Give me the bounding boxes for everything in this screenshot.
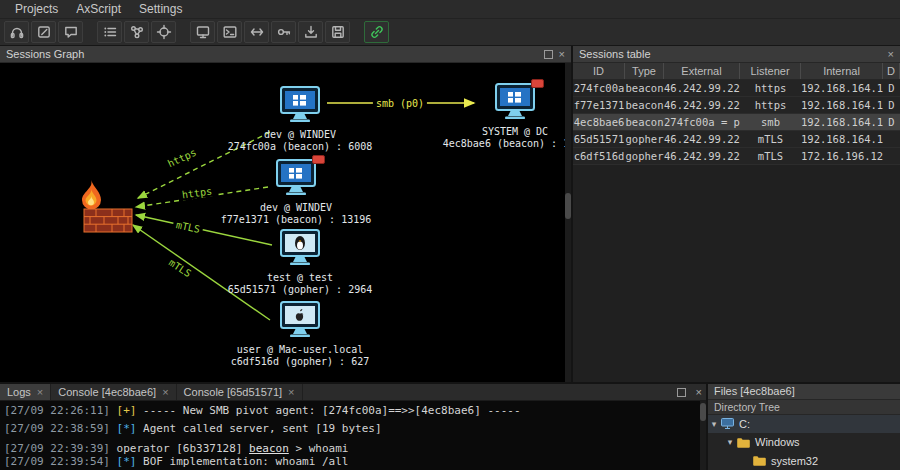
table-row[interactable]: f77e1371 beacon 46.242.99.226 https 192.… [573, 97, 900, 114]
toolbar [0, 19, 900, 46]
tunnel-icon[interactable] [244, 21, 269, 43]
console-tabbar: Logs × Console [4ec8bae6] × Console [65d… [0, 384, 706, 401]
cell-external: 274fc00a = p0 [664, 116, 740, 128]
session-node-4ec8bae6[interactable]: SYSTEM @ DC 4ec8bae6 (beacon) : 1904 [450, 83, 571, 149]
log-timestamp: [27/09 22:39:54] [4, 455, 110, 468]
table-row[interactable]: c6df516d gopher 46.242.99.226 mTLS 172.1… [573, 148, 900, 165]
sessions-table-header: ID Type External Listener Internal D [573, 63, 900, 80]
cell-internal: 172.16.196.128 [801, 150, 883, 162]
sessions-table-titlebar: Sessions table × [573, 46, 900, 63]
downloads-icon[interactable] [298, 21, 323, 43]
edge-label-smb: smb (p0) [373, 98, 427, 109]
sessions-graph-panel: Sessions Graph × [0, 46, 573, 382]
tab-logs[interactable]: Logs × [0, 384, 51, 400]
sessions-table-panel: Sessions table × ID Type External Listen… [573, 46, 900, 382]
graph-scrollbar[interactable] [565, 63, 571, 382]
table-row-selected[interactable]: 4ec8bae6 beacon 274fc00a = p0 smb 192.16… [573, 114, 900, 131]
edit-note-icon[interactable] [31, 21, 56, 43]
menu-projects[interactable]: Projects [6, 0, 67, 19]
log-text: Agent called server, sent [19 bytes] [143, 422, 381, 435]
target-icon[interactable] [151, 21, 176, 43]
console-panel: Logs × Console [4ec8bae6] × Console [65d… [0, 384, 708, 470]
task-list-icon[interactable] [97, 21, 122, 43]
col-domain[interactable]: D [883, 63, 900, 79]
tab-console-65d51571[interactable]: Console [65d51571] × [177, 384, 303, 400]
tree-item-c-drive[interactable]: ▾ C: [708, 415, 900, 433]
node-host-label: SYSTEM @ DC [482, 126, 548, 137]
cell-id: 4ec8bae6 [573, 116, 625, 128]
log-text: operator [6b337128] [117, 442, 249, 455]
chevron-down-icon[interactable]: ▾ [708, 419, 720, 429]
app-window: Projects AxScript Settings [0, 0, 900, 470]
col-external[interactable]: External [664, 63, 740, 79]
link-icon[interactable] [364, 21, 389, 43]
table-row[interactable]: 274fc00a beacon 46.242.99.226 https 192.… [573, 80, 900, 97]
popout-icon[interactable] [544, 50, 553, 59]
firewall-node[interactable] [56, 179, 136, 233]
close-icon[interactable]: × [37, 386, 43, 398]
console-scrollbar[interactable] [700, 401, 706, 470]
close-icon[interactable]: × [559, 50, 565, 59]
col-listener[interactable]: Listener [740, 63, 801, 79]
table-row[interactable]: 65d51571 gopher 46.242.99.226 mTLS 192.1… [573, 131, 900, 148]
tree-item-label: system32 [771, 455, 818, 467]
edge-label-mtls-1: mTLS [172, 218, 204, 235]
session-node-274fc00a[interactable]: dev @ WINDEV 274fc00a (beacon) : 6008 [235, 86, 365, 152]
graph-nodes-icon[interactable] [124, 21, 149, 43]
col-type[interactable]: Type [625, 63, 664, 79]
col-internal[interactable]: Internal [801, 63, 883, 79]
console-scrollbar-thumb[interactable] [700, 403, 706, 421]
logs-output[interactable]: [27/09 22:26:11] [+] ----- New SMB pivot… [0, 401, 706, 470]
cell-external: 46.242.99.226 [664, 150, 740, 162]
chevron-down-icon[interactable]: ▾ [724, 437, 736, 447]
headphones-icon[interactable] [4, 21, 29, 43]
node-id-label: 274fc00a (beacon) : 6008 [228, 141, 373, 152]
popout-icon[interactable] [677, 388, 686, 397]
sessions-graph-canvas[interactable]: smb (p0) https https mTLS mTLS [0, 63, 571, 382]
node-host-label: test @ test [267, 272, 333, 283]
cell-listener: smb [740, 116, 801, 128]
log-line: [27/09 22:39:39] operator [6b337128] bea… [4, 442, 702, 455]
cell-type: beacon [625, 82, 664, 94]
cell-type: beacon [625, 116, 664, 128]
firewall-icon [58, 179, 134, 233]
cell-external: 46.242.99.226 [664, 133, 740, 145]
close-icon[interactable]: × [162, 386, 168, 398]
close-icon[interactable]: × [288, 386, 294, 398]
cell-id: 274fc00a [573, 82, 625, 94]
log-tag: [+] [117, 404, 137, 417]
close-icon[interactable]: × [888, 50, 894, 59]
files-title: Files [4ec8bae6] [714, 385, 795, 397]
cell-domain: D [883, 82, 900, 94]
terminal-icon[interactable] [217, 21, 242, 43]
menu-settings[interactable]: Settings [130, 0, 191, 19]
cell-type: gopher [625, 133, 664, 145]
session-node-65d51571[interactable]: test @ test 65d51571 (gopher) : 2964 [235, 229, 365, 295]
session-node-c6df516d[interactable]: user @ Mac-user.local c6df516d (gopher) … [225, 301, 375, 367]
sessions-table-title: Sessions table [579, 48, 651, 60]
beacon-link[interactable]: beacon [249, 442, 289, 455]
key-icon[interactable] [271, 21, 296, 43]
storage-icon[interactable] [325, 21, 350, 43]
remote-screen-icon[interactable] [190, 21, 215, 43]
col-id[interactable]: ID [573, 63, 625, 79]
tab-console-4ec8bae6[interactable]: Console [4ec8bae6] × [51, 384, 176, 400]
log-line: [27/09 22:39:54] [*] BOF implementation:… [4, 455, 702, 468]
cell-listener: mTLS [740, 133, 801, 145]
session-node-f77e1371[interactable]: dev @ WINDEV f77e1371 (beacon) : 13196 [231, 159, 361, 225]
mac-monitor-icon [277, 301, 323, 339]
close-icon[interactable]: × [696, 388, 702, 397]
graph-scrollbar-thumb[interactable] [565, 193, 571, 219]
menu-axscript[interactable]: AxScript [67, 0, 130, 19]
cell-listener: https [740, 99, 801, 111]
log-tag: [*] [117, 422, 137, 435]
edge-label-mtls-2: mTLS [164, 255, 195, 281]
windows-monitor-icon [277, 86, 323, 124]
tree-item-system32[interactable]: system32 [708, 452, 900, 470]
cell-internal: 192.168.164.158 [801, 116, 883, 128]
main-area: Sessions Graph × [0, 46, 900, 382]
tree-item-windows[interactable]: ▾ Windows [708, 433, 900, 451]
chat-icon[interactable] [58, 21, 83, 43]
cell-listener: mTLS [740, 150, 801, 162]
log-text: BOF implementation: whoami /all [143, 455, 348, 468]
